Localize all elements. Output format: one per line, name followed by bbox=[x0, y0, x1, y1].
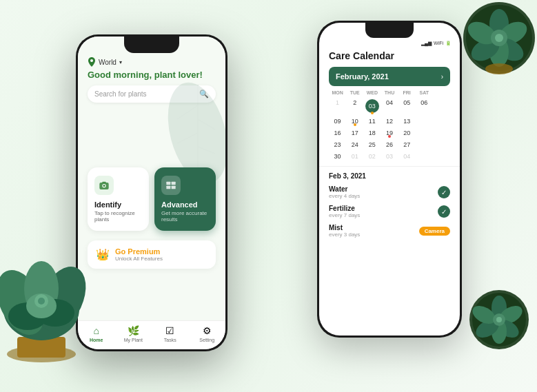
nav-my-plant-label: My Plant bbox=[124, 338, 143, 342]
calendar-week-5: 30 01 02 03 04 bbox=[329, 151, 450, 162]
cal-cell[interactable]: 27 bbox=[398, 139, 416, 150]
cal-cell[interactable]: 17 bbox=[346, 127, 363, 138]
cal-cell[interactable]: 24 bbox=[346, 139, 363, 150]
svg-point-41 bbox=[103, 185, 105, 187]
cal-cell[interactable]: 02 bbox=[363, 151, 381, 162]
task-fertilize-freq: every 7 days bbox=[329, 212, 360, 218]
day-label-fri: FRI bbox=[398, 90, 416, 95]
cal-cell[interactable]: 16 bbox=[329, 127, 346, 138]
nav-tasks-label: Tasks bbox=[164, 338, 176, 342]
cal-cell[interactable]: 12 bbox=[381, 116, 398, 127]
cal-cell[interactable] bbox=[416, 116, 433, 127]
cal-cell[interactable]: 11 bbox=[363, 116, 381, 127]
calendar-header-section: Care Calendar bbox=[319, 46, 460, 67]
phone1-notch bbox=[124, 37, 179, 53]
day-label-sat: SAT bbox=[416, 90, 433, 95]
identify-card-title: Identify bbox=[94, 200, 142, 209]
nav-setting-label: Setting bbox=[199, 338, 214, 342]
cal-cell[interactable]: 1 bbox=[329, 97, 346, 115]
premium-banner[interactable]: 👑 Go Premium Unlock All Features bbox=[88, 240, 216, 269]
cal-cell[interactable]: 26 bbox=[381, 139, 398, 150]
cal-cell-3-today[interactable]: 03 bbox=[363, 97, 381, 115]
phone2: ▂▄▆ WiFi 🔋 Care Calendar February, 2021 … bbox=[317, 21, 462, 338]
task-water-check[interactable]: ✓ bbox=[438, 186, 450, 198]
svg-point-38 bbox=[90, 59, 93, 62]
cal-cell[interactable]: 09 bbox=[329, 116, 346, 127]
advanced-card-title: Advanced bbox=[161, 200, 209, 209]
cal-cell[interactable]: 06 bbox=[416, 97, 433, 115]
advanced-card[interactable]: Advanced Get more accurate results bbox=[154, 167, 216, 231]
task-mist-freq: every 3 days bbox=[329, 231, 360, 238]
nav-setting[interactable]: ⚙ Setting bbox=[189, 325, 226, 342]
nav-my-plant[interactable]: 🌿 My Plant bbox=[115, 325, 152, 342]
advanced-card-subtitle: Get more accurate results bbox=[161, 210, 209, 223]
cal-cell[interactable]: 23 bbox=[329, 139, 346, 150]
svg-rect-45 bbox=[166, 186, 170, 189]
cal-cell[interactable]: 2 bbox=[346, 97, 363, 115]
svg-point-10 bbox=[38, 298, 45, 305]
task-water-info: Water every 4 days bbox=[329, 185, 360, 199]
wifi-icon: WiFi bbox=[434, 41, 443, 46]
task-mist-name: Mist bbox=[329, 224, 360, 231]
cal-cell[interactable] bbox=[416, 139, 433, 150]
cal-cell[interactable]: 18 bbox=[363, 127, 381, 138]
calendar-week-3: 16 17 18 19 20 bbox=[329, 127, 450, 138]
phone2-screen: ▂▄▆ WiFi 🔋 Care Calendar February, 2021 … bbox=[319, 23, 460, 336]
feature-cards: Identify Tap to recognize plants Advance… bbox=[78, 162, 225, 236]
location-dropdown-icon[interactable]: ▾ bbox=[119, 59, 122, 65]
calendar-days-header: MON TUE WED THU FRI SAT bbox=[329, 90, 450, 95]
plant-bottom-right-decoration bbox=[468, 289, 530, 351]
day-label-mon: MON bbox=[329, 90, 346, 95]
signal-icon: ▂▄▆ bbox=[421, 41, 432, 46]
calendar-weeks: 1 2 03 04 05 06 09 10 11 12 13 bbox=[329, 97, 450, 162]
identify-card[interactable]: Identify Tap to recognize plants bbox=[88, 167, 149, 231]
calendar-month-header[interactable]: February, 2021 › bbox=[329, 67, 450, 86]
phone2-notch bbox=[365, 23, 414, 38]
cal-cell[interactable]: 03 bbox=[381, 151, 398, 162]
plant-top-right-decoration bbox=[461, 0, 537, 76]
task-water: Water every 4 days ✓ bbox=[329, 185, 450, 199]
task-fertilize-name: Fertilize bbox=[329, 205, 360, 212]
cal-cell[interactable]: 13 bbox=[398, 116, 416, 127]
premium-title: Go Premium bbox=[115, 247, 163, 256]
calendar-next-arrow[interactable]: › bbox=[441, 73, 443, 81]
gallery-icon bbox=[165, 180, 176, 191]
cal-cell[interactable]: 25 bbox=[363, 139, 381, 150]
location-text: World bbox=[99, 59, 116, 66]
svg-point-20 bbox=[495, 34, 503, 42]
nav-tasks[interactable]: ☑ Tasks bbox=[152, 325, 189, 342]
day-label-wed: WED bbox=[363, 90, 381, 95]
calendar-week-4: 23 24 25 26 27 bbox=[329, 139, 450, 150]
identify-card-icon bbox=[94, 176, 114, 195]
calendar-week-1: 1 2 03 04 05 06 bbox=[329, 97, 450, 115]
advanced-card-icon bbox=[161, 176, 181, 195]
plant-left-decoration bbox=[0, 227, 103, 364]
task-fertilize-info: Fertilize every 7 days bbox=[329, 205, 360, 218]
svg-rect-46 bbox=[172, 186, 176, 189]
tasks-nav-icon: ☑ bbox=[165, 325, 174, 336]
day-label-tue: TUE bbox=[346, 90, 363, 95]
cal-cell-19[interactable]: 19 bbox=[381, 127, 398, 138]
cal-cell[interactable]: 04 bbox=[381, 97, 398, 115]
cal-cell[interactable] bbox=[416, 127, 433, 138]
cal-cell[interactable]: 20 bbox=[398, 127, 416, 138]
task-mist-camera-button[interactable]: Camera bbox=[419, 227, 450, 236]
task-water-freq: every 4 days bbox=[329, 193, 360, 199]
location-bar[interactable]: World ▾ bbox=[88, 57, 216, 67]
cal-cell-10[interactable]: 10 bbox=[346, 116, 363, 127]
task-fertilize: Fertilize every 7 days ✓ bbox=[329, 205, 450, 218]
cal-cell[interactable]: 30 bbox=[329, 151, 346, 162]
task-mist-info: Mist every 3 days bbox=[329, 224, 360, 238]
task-fertilize-check[interactable]: ✓ bbox=[438, 205, 450, 218]
care-calendar-title: Care Calendar bbox=[329, 50, 450, 61]
premium-subtitle: Unlock All Features bbox=[115, 256, 163, 262]
camera-icon bbox=[99, 180, 110, 191]
plant-icon: 🌿 bbox=[128, 325, 139, 336]
premium-text: Go Premium Unlock All Features bbox=[115, 247, 163, 262]
svg-rect-44 bbox=[172, 182, 176, 185]
cal-cell[interactable]: 04 bbox=[398, 151, 416, 162]
cal-cell[interactable] bbox=[416, 151, 433, 162]
cal-cell[interactable]: 01 bbox=[346, 151, 363, 162]
phones-container: ▂▄▆ WiFi 🔋 Care Calendar February, 2021 … bbox=[76, 14, 462, 386]
cal-cell[interactable]: 05 bbox=[398, 97, 416, 115]
